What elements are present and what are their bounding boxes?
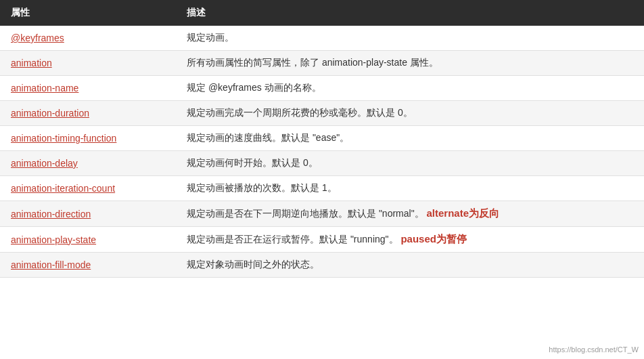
table-row: animation-iteration-count规定动画被播放的次数。默认是 …: [0, 176, 644, 201]
description-cell: 规定动画的速度曲线。默认是 "ease"。: [176, 126, 644, 151]
table-row: animation-play-state规定动画是否正在运行或暂停。默认是 "r…: [0, 227, 644, 253]
column-header-description: 描述: [176, 0, 644, 26]
highlight-text: paused为暂停: [400, 233, 467, 245]
table-header-row: 属性 描述: [0, 0, 644, 26]
main-table-container: 属性 描述 @keyframes规定动画。animation所有动画属性的简写属…: [0, 0, 644, 278]
description-cell: 规定动画是否正在运行或暂停。默认是 "running"。 paused为暂停: [176, 227, 644, 253]
property-cell[interactable]: animation-direction: [0, 201, 176, 227]
description-cell: 规定 @keyframes 动画的名称。: [176, 76, 644, 101]
description-cell: 规定动画完成一个周期所花费的秒或毫秒。默认是 0。: [176, 101, 644, 126]
property-cell[interactable]: animation-fill-mode: [0, 253, 176, 278]
property-cell[interactable]: animation-delay: [0, 151, 176, 176]
description-cell: 规定动画。: [176, 26, 644, 51]
description-text: 规定动画是否正在运行或暂停。默认是 "running"。: [187, 234, 400, 245]
highlight-text: alternate为反向: [427, 207, 500, 219]
property-cell[interactable]: animation-iteration-count: [0, 176, 176, 201]
table-row: animation-fill-mode规定对象动画时间之外的状态。: [0, 253, 644, 278]
description-cell: 规定动画被播放的次数。默认是 1。: [176, 176, 644, 201]
description-cell: 所有动画属性的简写属性，除了 animation-play-state 属性。: [176, 51, 644, 76]
table-row: animation-delay规定动画何时开始。默认是 0。: [0, 151, 644, 176]
property-cell[interactable]: animation-name: [0, 76, 176, 101]
property-cell[interactable]: animation-play-state: [0, 227, 176, 253]
table-row: animation-direction规定动画是否在下一周期逆向地播放。默认是 …: [0, 201, 644, 227]
table-row: @keyframes规定动画。: [0, 26, 644, 51]
table-row: animation-name规定 @keyframes 动画的名称。: [0, 76, 644, 101]
table-row: animation-duration规定动画完成一个周期所花费的秒或毫秒。默认是…: [0, 101, 644, 126]
table-row: animation所有动画属性的简写属性，除了 animation-play-s…: [0, 51, 644, 76]
property-cell[interactable]: animation-timing-function: [0, 126, 176, 151]
description-cell: 规定动画是否在下一周期逆向地播放。默认是 "normal"。 alternate…: [176, 201, 644, 227]
property-cell[interactable]: animation: [0, 51, 176, 76]
property-cell[interactable]: @keyframes: [0, 26, 176, 51]
property-cell[interactable]: animation-duration: [0, 101, 176, 126]
description-cell: 规定对象动画时间之外的状态。: [176, 253, 644, 278]
properties-table: 属性 描述 @keyframes规定动画。animation所有动画属性的简写属…: [0, 0, 644, 278]
table-row: animation-timing-function规定动画的速度曲线。默认是 "…: [0, 126, 644, 151]
column-header-property: 属性: [0, 0, 176, 26]
description-text: 规定动画是否在下一周期逆向地播放。默认是 "normal"。: [187, 208, 427, 219]
description-cell: 规定动画何时开始。默认是 0。: [176, 151, 644, 176]
watermark: https://blog.csdn.net/CT_W: [549, 345, 639, 354]
